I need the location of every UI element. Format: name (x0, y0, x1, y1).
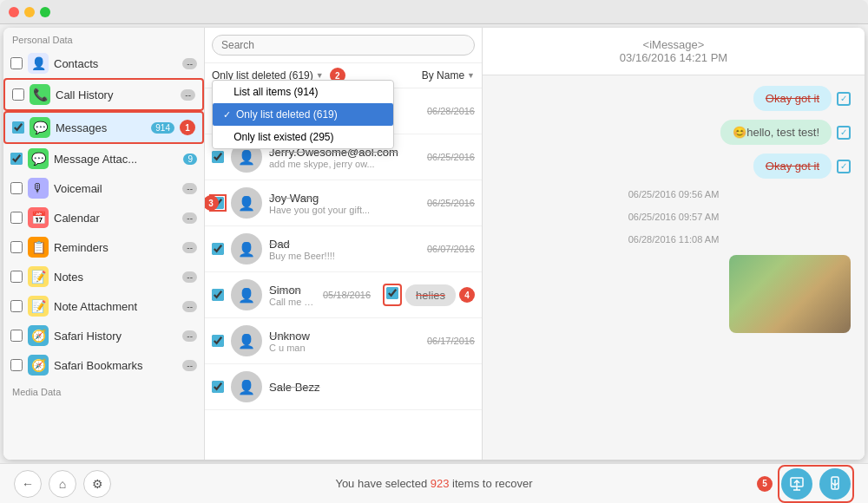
row-name: Dad (269, 238, 420, 251)
home-button[interactable]: ⌂ (49, 470, 76, 498)
sidebar-item-messages[interactable]: 💬 Messages 914 1 (3, 111, 204, 144)
sidebar-item-reminders[interactable]: 📋 Reminders -- (3, 232, 204, 262)
table-row[interactable]: 👤 Sale Bezz (205, 364, 482, 410)
row-sub: C u man (269, 343, 420, 353)
sidebar-item-note-attach[interactable]: 📝 Note Attachment -- (3, 291, 204, 321)
dropdown-item-deleted[interactable]: ✓ Only list deleted (619) (213, 103, 393, 126)
status-text: You have selected 923 items to recover (335, 477, 532, 490)
row-date: 06/28/2016 (427, 106, 475, 116)
calendar-icon: 📅 (28, 207, 49, 228)
sidebar-item-call-history[interactable]: 📞 Call History -- (3, 78, 204, 111)
safari-bookmarks-icon: 🧭 (28, 355, 49, 376)
messages-checkbox[interactable] (12, 121, 24, 134)
status-count: 923 (431, 477, 450, 490)
row-checkbox[interactable] (212, 243, 224, 255)
back-button[interactable]: ← (14, 470, 42, 498)
search-input[interactable] (212, 35, 475, 56)
minimize-button[interactable] (24, 7, 35, 17)
row-info: Unknow C u man (269, 330, 420, 353)
dropdown-item-all[interactable]: List all items (914) (213, 81, 393, 103)
calendar-badge: -- (182, 212, 197, 224)
voicemail-badge: -- (182, 183, 197, 194)
maximize-button[interactable] (40, 7, 50, 17)
imessage-header: <iMessage> 03/16/2016 14:21 PM (483, 28, 865, 75)
table-row[interactable]: 👤 Simon Call me after 5, okay? 05/18/201… (205, 272, 482, 318)
bubble-checkbox-2: ✓ (837, 160, 851, 173)
row-sub: Call me after 5, okay? (269, 297, 316, 307)
avatar: 👤 (231, 325, 262, 356)
row-date: 06/25/2016 (427, 198, 475, 208)
row-sub: Buy me Beer!!!! (269, 251, 420, 261)
filter-byname-button[interactable]: By Name ▼ (422, 68, 475, 83)
row-checkbox[interactable] (212, 151, 224, 163)
contacts-icon: 👤 (28, 53, 49, 74)
notes-checkbox[interactable] (10, 271, 23, 283)
sidebar-item-notes[interactable]: 📝 Notes -- (3, 262, 204, 291)
sidebar-item-safari-history[interactable]: 🧭 Safari History -- (3, 321, 204, 350)
sidebar-item-calendar[interactable]: 📅 Calendar -- (3, 203, 204, 232)
recover-device-icon (826, 475, 844, 493)
message-attach-label: Message Attac... (54, 153, 178, 166)
recover-to-device-button[interactable] (819, 468, 851, 500)
row-checkbox[interactable] (212, 335, 224, 347)
table-row[interactable]: 👤 Joy Wang Have you got your gift... 06/… (205, 180, 482, 226)
contacts-badge: -- (182, 58, 197, 69)
avatar: 👤 (231, 187, 262, 219)
safari-bookmarks-checkbox[interactable] (10, 359, 23, 371)
step4-badge: 4 (459, 287, 475, 303)
imessage-title: <iMessage> (493, 38, 854, 51)
row-checkbox[interactable] (212, 381, 224, 393)
step4-checkbox[interactable] (386, 287, 398, 299)
safari-bookmarks-badge: -- (182, 360, 197, 371)
row-info: Sale Bezz (269, 381, 468, 394)
sidebar-item-contacts[interactable]: 👤 Contacts -- (3, 49, 204, 78)
calendar-checkbox[interactable] (10, 212, 23, 224)
filter-dropdown: List all items (914) ✓ Only list deleted… (212, 80, 394, 149)
contacts-label: Contacts (54, 57, 177, 70)
recover-to-computer-button[interactable] (781, 468, 812, 500)
avatar: 👤 (231, 233, 262, 265)
safari-history-checkbox[interactable] (10, 330, 23, 342)
notes-label: Notes (54, 271, 177, 284)
call-history-checkbox[interactable] (12, 88, 24, 101)
row-date: 05/18/2016 (323, 290, 371, 300)
recover-computer-icon (788, 475, 806, 493)
note-attach-checkbox[interactable] (10, 300, 23, 312)
filter-byname-label: By Name (422, 69, 464, 82)
avatar: 👤 (231, 279, 262, 310)
chat-date-0: 06/25/2016 09:56 AM (496, 187, 851, 201)
status-suffix: items to recover (450, 477, 533, 490)
row-sub: add me skype, jerry ow... (269, 159, 420, 169)
table-row[interactable]: 👤 Unknow C u man 06/17/2016 (205, 318, 482, 364)
voicemail-checkbox[interactable] (10, 182, 23, 194)
personal-data-label: Personal Data (3, 28, 204, 49)
row-date: 06/25/2016 (427, 152, 475, 162)
contacts-checkbox[interactable] (10, 57, 23, 69)
row-date: 06/17/2016 (427, 336, 475, 346)
media-data-label: Media Data (3, 380, 204, 401)
sidebar: Personal Data 👤 Contacts -- 📞 Call Histo… (3, 28, 205, 460)
settings-button[interactable]: ⚙ (83, 470, 111, 498)
chat-bubble-1: 😊hello, test test! (720, 120, 832, 145)
call-history-badge: -- (181, 89, 195, 101)
step4-checkbox-area (383, 284, 402, 306)
voicemail-label: Voicemail (54, 182, 177, 195)
safari-history-label: Safari History (54, 330, 177, 343)
message-attach-checkbox[interactable] (10, 153, 23, 165)
row-checkbox[interactable] (212, 289, 224, 301)
table-row[interactable]: 👤 Dad Buy me Beer!!!! 06/07/2016 (205, 226, 482, 272)
svg-point-5 (834, 487, 836, 488)
sidebar-item-message-attach[interactable]: 💬 Message Attac... 9 (3, 144, 204, 173)
sidebar-item-voicemail[interactable]: 🎙 Voicemail -- (3, 173, 204, 203)
message-list-panel: Only list deleted (619) ▼ 2 By Name ▼ Li… (205, 28, 483, 460)
reminders-checkbox[interactable] (10, 241, 23, 253)
dropdown-item-existed[interactable]: Only list existed (295) (213, 126, 393, 148)
close-button[interactable] (9, 7, 19, 17)
avatar: 👤 (231, 371, 262, 402)
reminders-badge: -- (182, 242, 197, 253)
row-name: Unknow (269, 330, 420, 343)
imessage-date: 03/16/2016 14:21 PM (493, 51, 854, 64)
reminders-icon: 📋 (28, 237, 49, 258)
sidebar-item-safari-bookmarks[interactable]: 🧭 Safari Bookmarks -- (3, 350, 204, 380)
row-name: Sale Bezz (269, 381, 468, 394)
